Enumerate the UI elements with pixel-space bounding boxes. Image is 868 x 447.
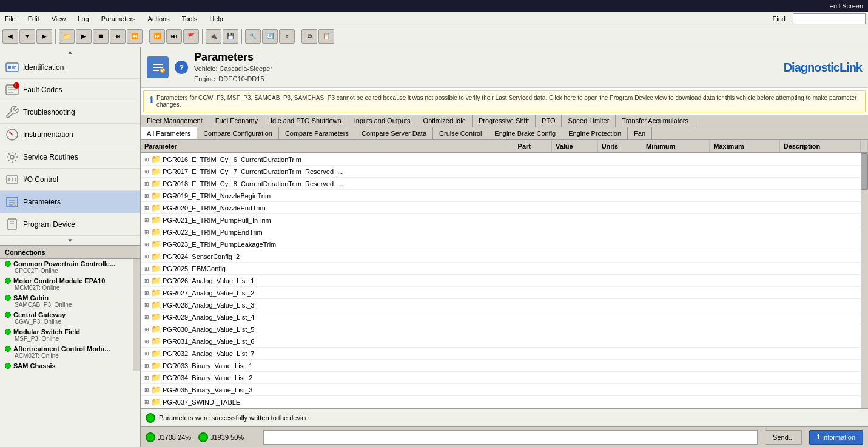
tab-fan[interactable]: Fan xyxy=(628,127,652,139)
connections-scrollbar[interactable] xyxy=(133,259,140,371)
table-row[interactable]: ⊞📁PGR022_E_TRIM_PumpEndTrim xyxy=(141,226,868,238)
table-row[interactable]: ⊞📁PGR021_E_TRIM_PumpPull_InTrim xyxy=(141,214,868,226)
menu-parameters[interactable]: Parameters xyxy=(99,15,138,22)
expand-icon[interactable]: ⊞ xyxy=(144,399,149,405)
tab-idle-pto[interactable]: Idle and PTO Shutdown xyxy=(264,115,348,127)
expand-icon[interactable]: ⊞ xyxy=(144,290,149,296)
expand-icon[interactable]: ⊞ xyxy=(144,387,149,393)
toolbar-dropdown[interactable]: ▼ xyxy=(19,29,35,44)
table-row[interactable]: ⊞📁PGR027_Analog_Value_List_2 xyxy=(141,287,868,299)
tab-all-parameters[interactable]: All Parameters xyxy=(141,127,197,140)
toolbar-sync[interactable]: ↕ xyxy=(279,29,295,44)
table-row[interactable]: ⊞📁PGR029_Analog_Value_List_4 xyxy=(141,311,868,323)
warning-text[interactable]: Parameters for CGW_P3, MSF_P3, SAMCAB_P3… xyxy=(156,95,859,108)
expand-icon[interactable]: ⊞ xyxy=(144,266,149,272)
toolbar-ff[interactable]: ⏩ xyxy=(149,29,165,44)
expand-icon[interactable]: ⊞ xyxy=(144,363,149,369)
sidebar-item-parameters[interactable]: Parameters xyxy=(0,191,140,213)
table-row[interactable]: ⊞📁PGR023_E_TRIM_PumpLeakageTrim xyxy=(141,238,868,250)
table-row[interactable]: ⊞📁PGR028_Analog_Value_List_3 xyxy=(141,299,868,311)
tab-compare-config[interactable]: Compare Configuration xyxy=(197,127,279,139)
toolbar-flag[interactable]: 🚩 xyxy=(183,29,199,44)
tab-progressive-shift[interactable]: Progressive Shift xyxy=(473,115,536,127)
toolbar-prev2[interactable]: ⏪ xyxy=(127,29,143,44)
table-row[interactable]: ⊞📁PGR030_Analog_Value_List_5 xyxy=(141,323,868,335)
tab-compare-server[interactable]: Compare Server Data xyxy=(355,127,433,139)
toolbar-prev[interactable]: ⏮ xyxy=(110,29,126,44)
sidebar-scroll-up[interactable]: ▲ xyxy=(0,47,140,56)
tab-speed-limiter[interactable]: Speed Limiter xyxy=(562,115,616,127)
send-button[interactable]: Send... xyxy=(765,430,802,445)
sidebar-item-fault-codes[interactable]: ! Fault Codes xyxy=(0,79,140,101)
sidebar-item-program-device[interactable]: Program Device xyxy=(0,213,140,236)
sidebar-item-service-routines[interactable]: Service Routines xyxy=(0,146,140,169)
table-row[interactable]: ⊞📁PGR025_EBMConfig xyxy=(141,263,868,275)
tab-engine-brake[interactable]: Engine Brake Config xyxy=(488,127,562,139)
menu-tools[interactable]: Tools xyxy=(180,15,200,22)
table-row[interactable]: ⊞📁PGR026_Analog_Value_List_1 xyxy=(141,275,868,287)
expand-icon[interactable]: ⊞ xyxy=(144,326,149,332)
toolbar-open[interactable]: 📁 xyxy=(59,29,75,44)
connection-mcm[interactable]: Motor Control Module EPA10 MCM02T: Onlin… xyxy=(0,276,133,293)
table-row[interactable]: ⊞📁PGR020_E_TRIM_NozzleEndTrim xyxy=(141,202,868,214)
connection-samcab[interactable]: SAM Cabin SAMCAB_P3: Online xyxy=(0,293,133,310)
connection-cgw[interactable]: Central Gateway CGW_P3: Online xyxy=(0,310,133,327)
menu-actions[interactable]: Actions xyxy=(146,15,172,22)
table-row[interactable]: ⊞📁PGR017_E_TRIM_Cyl_7_CurrentDurationTri… xyxy=(141,166,868,178)
table-row[interactable]: ⊞📁PGR033_Binary_Value_List_1 xyxy=(141,360,868,372)
expand-icon[interactable]: ⊞ xyxy=(144,314,149,320)
expand-icon[interactable]: ⊞ xyxy=(144,302,149,308)
toolbar-copy[interactable]: ⧉ xyxy=(301,29,317,44)
table-row[interactable]: ⊞📁PGR018_E_TRIM_Cyl_8_CurrentDurationTri… xyxy=(141,178,868,190)
tab-fuel-economy[interactable]: Fuel Economy xyxy=(209,115,264,127)
toolbar-connect[interactable]: 🔌 xyxy=(206,29,221,44)
connection-sam-chassis[interactable]: SAM Chassis xyxy=(0,361,133,371)
tab-pto[interactable]: PTO xyxy=(536,115,562,127)
toolbar-filter[interactable]: 🔧 xyxy=(245,29,261,44)
expand-icon[interactable]: ⊞ xyxy=(144,278,149,284)
menu-view[interactable]: View xyxy=(49,15,69,22)
bottom-input[interactable] xyxy=(263,430,758,445)
tab-inputs-outputs[interactable]: Inputs and Outputs xyxy=(348,115,417,127)
sidebar-item-instrumentation[interactable]: Instrumentation xyxy=(0,124,140,146)
expand-icon[interactable]: ⊞ xyxy=(144,254,149,260)
sidebar-scroll-down[interactable]: ▼ xyxy=(0,236,140,245)
toolbar-save[interactable]: 💾 xyxy=(223,29,238,44)
expand-icon[interactable]: ⊞ xyxy=(144,193,149,199)
sidebar-item-troubleshooting[interactable]: Troubleshooting xyxy=(0,101,140,124)
toolbar-next[interactable]: ⏭ xyxy=(166,29,182,44)
toolbar-play[interactable]: ▶ xyxy=(76,29,92,44)
tab-engine-protection[interactable]: Engine Protection xyxy=(562,127,628,139)
table-row[interactable]: ⊞📁PGR019_E_TRIM_NozzleBeginTrim xyxy=(141,190,868,202)
table-row[interactable]: ⊞📁PGR037_SWINDI_TABLE xyxy=(141,396,868,408)
find-input[interactable] xyxy=(793,13,866,24)
connection-cpc[interactable]: Common Powertrain Controlle... CPC02T: O… xyxy=(0,259,133,276)
menu-log[interactable]: Log xyxy=(75,15,91,22)
table-scrollbar[interactable] xyxy=(861,153,868,408)
table-row[interactable]: ⊞📁PGR035_Binary_Value_List_3 xyxy=(141,384,868,396)
params-help-button[interactable]: ? xyxy=(175,61,188,74)
table-row[interactable]: ⊞📁PGR016_E_TRIM_Cyl_6_CurrentDurationTri… xyxy=(141,153,868,166)
tab-compare-params[interactable]: Compare Parameters xyxy=(279,127,355,139)
expand-icon[interactable]: ⊞ xyxy=(144,229,149,235)
expand-icon[interactable]: ⊞ xyxy=(144,156,149,163)
expand-icon[interactable]: ⊞ xyxy=(144,351,149,357)
expand-icon[interactable]: ⊞ xyxy=(144,169,149,175)
expand-icon[interactable]: ⊞ xyxy=(144,338,149,344)
toolbar-paste[interactable]: 📋 xyxy=(318,29,334,44)
table-row[interactable]: ⊞📁PGR034_Binary_Value_List_2 xyxy=(141,372,868,384)
tab-cruise-control[interactable]: Cruise Control xyxy=(433,127,488,139)
sidebar-item-identification[interactable]: Identification xyxy=(0,56,140,79)
sidebar-item-io-control[interactable]: I/O Control xyxy=(0,169,140,191)
table-row[interactable]: ⊞📁PGR031_Analog_Value_List_6 xyxy=(141,335,868,348)
expand-icon[interactable]: ⊞ xyxy=(144,241,149,247)
expand-icon[interactable]: ⊞ xyxy=(144,217,149,223)
information-button[interactable]: ℹ Information xyxy=(809,430,863,445)
tab-optimized-idle[interactable]: Optimized Idle xyxy=(417,115,473,127)
expand-icon[interactable]: ⊞ xyxy=(144,205,149,211)
menu-edit[interactable]: Edit xyxy=(25,15,42,22)
toolbar-refresh[interactable]: 🔄 xyxy=(262,29,278,44)
toolbar-back[interactable]: ◀ xyxy=(2,29,18,44)
toolbar-stop[interactable]: ⏹ xyxy=(93,29,109,44)
connection-msf[interactable]: Modular Switch Field MSF_P3: Online xyxy=(0,327,133,344)
